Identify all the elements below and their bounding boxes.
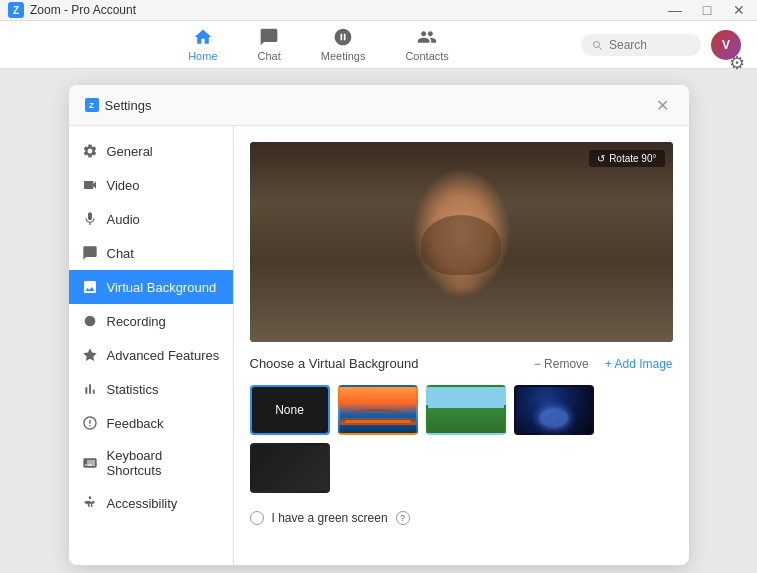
nav-item-home[interactable]: Home (168, 21, 237, 68)
nav-item-meetings[interactable]: Meetings (301, 21, 386, 68)
sidebar-item-virtual-background[interactable]: Virtual Background (69, 270, 233, 304)
nav-item-chat[interactable]: Chat (238, 21, 301, 68)
thumb-grass[interactable] (426, 385, 506, 435)
nav-items: Home Chat Meetings Contacts (168, 21, 469, 68)
vbg-header: Choose a Virtual Background − Remove + A… (250, 356, 673, 371)
sidebar-item-recording[interactable]: Recording (69, 304, 233, 338)
keyboard-icon (81, 454, 99, 472)
meetings-icon (333, 27, 353, 47)
content-area: ↺ Rotate 90° Choose a Virtual Background… (234, 126, 689, 565)
minimize-button[interactable]: — (665, 0, 685, 20)
accessibility-icon (81, 494, 99, 512)
settings-sidebar: General Video Audio (69, 126, 234, 565)
thumb-dark[interactable] (250, 443, 330, 493)
chat-sidebar-icon (81, 244, 99, 262)
sidebar-feedback-label: Feedback (107, 416, 164, 431)
mic-icon (81, 210, 99, 228)
sidebar-item-accessibility[interactable]: Accessibility (69, 486, 233, 520)
sidebar-chat-label: Chat (107, 246, 134, 261)
sidebar-statistics-label: Statistics (107, 382, 159, 397)
rotate-button[interactable]: ↺ Rotate 90° (589, 150, 664, 167)
sidebar-item-audio[interactable]: Audio (69, 202, 233, 236)
nav-bar: Home Chat Meetings Contacts (0, 21, 757, 69)
thumb-bridge[interactable] (338, 385, 418, 435)
camera-preview: ↺ Rotate 90° (250, 142, 673, 342)
green-screen-checkbox[interactable] (250, 511, 264, 525)
green-screen-row: I have a green screen ? (250, 511, 673, 525)
search-icon (591, 39, 603, 51)
nav-item-contacts[interactable]: Contacts (385, 21, 468, 68)
main-content: Z Settings ✕ General (0, 69, 757, 573)
nav-right: V (581, 30, 741, 60)
window-controls: — □ ✕ (665, 0, 749, 20)
nav-home-label: Home (188, 50, 217, 62)
statistics-icon (81, 380, 99, 398)
sidebar-item-advanced[interactable]: Advanced Features (69, 338, 233, 372)
thumbnail-grid: None (250, 385, 673, 493)
advanced-icon (81, 346, 99, 364)
vbg-actions: − Remove + Add Image (534, 357, 673, 371)
settings-modal: Z Settings ✕ General (69, 85, 689, 565)
modal-close-button[interactable]: ✕ (653, 95, 673, 115)
remove-label: − Remove (534, 357, 589, 371)
vbg-title: Choose a Virtual Background (250, 356, 419, 371)
search-input[interactable] (609, 38, 689, 52)
image-icon (81, 278, 99, 296)
title-bar: Z Zoom - Pro Account — □ ✕ (0, 0, 757, 21)
chat-icon (259, 27, 279, 47)
gear-icon (81, 142, 99, 160)
title-bar-left: Z Zoom - Pro Account (8, 2, 136, 18)
camera-feed (250, 142, 673, 342)
thumb-space[interactable] (514, 385, 594, 435)
record-icon (81, 312, 99, 330)
sidebar-item-video[interactable]: Video (69, 168, 233, 202)
sidebar-general-label: General (107, 144, 153, 159)
modal-title: Settings (105, 98, 152, 113)
sidebar-item-general[interactable]: General (69, 134, 233, 168)
rotate-label: Rotate 90° (609, 153, 656, 164)
video-icon (81, 176, 99, 194)
green-screen-label: I have a green screen (272, 511, 388, 525)
maximize-button[interactable]: □ (697, 0, 717, 20)
feedback-icon (81, 414, 99, 432)
sidebar-vbg-label: Virtual Background (107, 280, 217, 295)
modal-title-area: Z Settings (85, 98, 152, 113)
add-image-button[interactable]: + Add Image (605, 357, 673, 371)
sidebar-recording-label: Recording (107, 314, 166, 329)
sidebar-keyboard-label: Keyboard Shortcuts (107, 448, 221, 478)
sidebar-accessibility-label: Accessibility (107, 496, 178, 511)
modal-header: Z Settings ✕ (69, 85, 689, 126)
sidebar-advanced-label: Advanced Features (107, 348, 220, 363)
sidebar-item-feedback[interactable]: Feedback (69, 406, 233, 440)
remove-button[interactable]: − Remove (534, 357, 589, 371)
settings-gear-icon[interactable]: ⚙ (729, 52, 745, 74)
modal-zoom-icon: Z (85, 98, 99, 112)
home-icon (193, 27, 213, 47)
app-title: Zoom - Pro Account (30, 3, 136, 17)
sidebar-audio-label: Audio (107, 212, 140, 227)
help-icon[interactable]: ? (396, 511, 410, 525)
nav-meetings-label: Meetings (321, 50, 366, 62)
sidebar-item-keyboard[interactable]: Keyboard Shortcuts (69, 440, 233, 486)
zoom-app-icon: Z (8, 2, 24, 18)
sidebar-item-statistics[interactable]: Statistics (69, 372, 233, 406)
modal-body: General Video Audio (69, 126, 689, 565)
contacts-icon (417, 27, 437, 47)
sidebar-item-chat[interactable]: Chat (69, 236, 233, 270)
nav-contacts-label: Contacts (405, 50, 448, 62)
sidebar-video-label: Video (107, 178, 140, 193)
thumb-none[interactable]: None (250, 385, 330, 435)
svg-point-0 (84, 316, 95, 327)
close-button[interactable]: ✕ (729, 0, 749, 20)
search-box[interactable] (581, 34, 701, 56)
nav-chat-label: Chat (258, 50, 281, 62)
